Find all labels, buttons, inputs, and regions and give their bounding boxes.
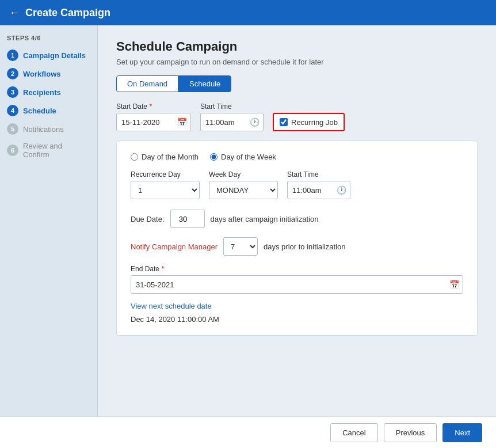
rec-start-time-wrapper: 🕐	[287, 181, 350, 199]
sidebar-item-label-3: Recipients	[23, 88, 61, 97]
next-schedule-date: Dec 14, 2020 11:00:00 AM	[131, 315, 463, 324]
radio-dom-label: Day of the Month	[142, 153, 199, 161]
start-date-input-wrapper: 📅	[116, 113, 191, 131]
back-icon[interactable]: ←	[9, 7, 20, 19]
recurrence-fields: Recurrence Day 123 Week Day MONDAYTUESDA…	[131, 170, 463, 199]
end-date-group: End Date * 📅	[131, 265, 463, 294]
radio-dom-input[interactable]	[131, 153, 138, 161]
notify-row: Notify Campaign Manager 7314 days prior …	[131, 237, 463, 256]
radio-day-of-week[interactable]: Day of the Week	[210, 153, 276, 161]
footer: Cancel Previous Next	[0, 416, 496, 448]
tab-schedule[interactable]: Schedule	[178, 75, 231, 92]
recurrence-day-group: Recurrence Day 123	[131, 170, 200, 199]
header-title: Create Campaign	[25, 7, 110, 19]
page-title: Schedule Campaign	[116, 39, 478, 54]
week-day-label: Week Day	[209, 170, 278, 179]
step-badge-1: 1	[7, 50, 18, 61]
notify-value-select[interactable]: 7314	[223, 237, 258, 256]
end-date-label: End Date *	[131, 265, 463, 273]
sidebar-item-notifications[interactable]: 5 Notifications	[7, 123, 90, 135]
cancel-button[interactable]: Cancel	[330, 423, 377, 442]
start-date-label: Start Date *	[116, 102, 191, 111]
recurrence-day-label: Recurrence Day	[131, 170, 200, 179]
sidebar-item-recipients[interactable]: 3 Recipients	[7, 86, 90, 98]
sidebar-item-label-4: Schedule	[23, 107, 56, 115]
sidebar-item-workflows[interactable]: 2 Workflows	[7, 68, 90, 79]
notify-suffix: days prior to initialization	[264, 242, 345, 251]
due-date-input[interactable]	[170, 210, 205, 228]
radio-day-of-month[interactable]: Day of the Month	[131, 153, 199, 161]
start-time-label: Start Time	[200, 102, 264, 111]
recurring-job-label: Recurring Job	[291, 118, 338, 127]
start-time-group: Start Time 🕐	[200, 102, 264, 131]
step-badge-2: 2	[7, 68, 18, 79]
radio-dow-input[interactable]	[210, 153, 218, 161]
sidebar-item-label-5: Notifications	[23, 125, 64, 134]
header: ← Create Campaign	[0, 0, 496, 25]
sidebar-item-label-2: Workflows	[23, 70, 61, 78]
next-button[interactable]: Next	[442, 423, 482, 442]
due-date-row: Due Date: days after campaign initializa…	[131, 210, 463, 228]
page-subtitle: Set up your campaign to run on demand or…	[116, 58, 478, 66]
sidebar-item-review[interactable]: 6 Review and Confirm	[7, 142, 90, 159]
tab-on-demand[interactable]: On Demand	[116, 75, 178, 92]
recurring-job-checkbox[interactable]	[280, 118, 288, 126]
step-badge-4: 4	[7, 105, 18, 116]
week-day-group: Week Day MONDAYTUESDAYWEDNESDAY	[209, 170, 278, 199]
recurrence-panel: Day of the Month Day of the Week Recurre…	[116, 141, 478, 336]
sidebar-item-label-6: Review and Confirm	[23, 142, 90, 159]
recurrence-day-select[interactable]: 123	[131, 181, 200, 199]
steps-label: STEPS 4/6	[7, 35, 90, 41]
step-badge-5: 5	[7, 123, 18, 135]
start-date-group: Start Date * 📅	[116, 102, 191, 131]
due-date-suffix: days after campaign initialization	[211, 215, 319, 223]
clock-icon: 🕐	[250, 117, 260, 127]
sidebar-item-label-1: Campaign Details	[23, 51, 86, 60]
start-time-input-wrapper: 🕐	[200, 113, 264, 131]
sidebar-item-campaign-details[interactable]: 1 Campaign Details	[7, 50, 90, 61]
notify-label: Notify Campaign Manager	[131, 242, 218, 251]
step-badge-6: 6	[7, 145, 18, 156]
previous-button[interactable]: Previous	[384, 423, 437, 442]
step-badge-3: 3	[7, 86, 18, 98]
rec-start-time-group: Start Time 🕐	[287, 170, 350, 199]
calendar-icon: 📅	[177, 117, 187, 127]
sidebar: STEPS 4/6 1 Campaign Details 2 Workflows…	[0, 25, 98, 448]
recurring-job-box: Recurring Job	[273, 113, 345, 131]
top-form-row: Start Date * 📅 Start Time 🕐 Recurring Jo…	[116, 102, 478, 131]
week-day-select[interactable]: MONDAYTUESDAYWEDNESDAY	[209, 181, 278, 199]
end-date-input-wrapper: 📅	[131, 275, 463, 294]
radio-dow-label: Day of the Week	[221, 153, 276, 161]
due-date-label: Due Date:	[131, 215, 165, 223]
view-next-schedule-link[interactable]: View next schedule date	[131, 302, 212, 310]
rec-clock-icon: 🕐	[337, 185, 346, 195]
sidebar-item-schedule[interactable]: 4 Schedule	[7, 105, 90, 116]
rec-start-time-label: Start Time	[287, 170, 350, 179]
end-calendar-icon: 📅	[449, 280, 459, 289]
main-content: Schedule Campaign Set up your campaign t…	[98, 25, 496, 448]
end-date-input[interactable]	[131, 275, 463, 294]
radio-row: Day of the Month Day of the Week	[131, 153, 463, 161]
layout: STEPS 4/6 1 Campaign Details 2 Workflows…	[0, 25, 496, 448]
schedule-tabs: On Demand Schedule	[116, 75, 478, 92]
